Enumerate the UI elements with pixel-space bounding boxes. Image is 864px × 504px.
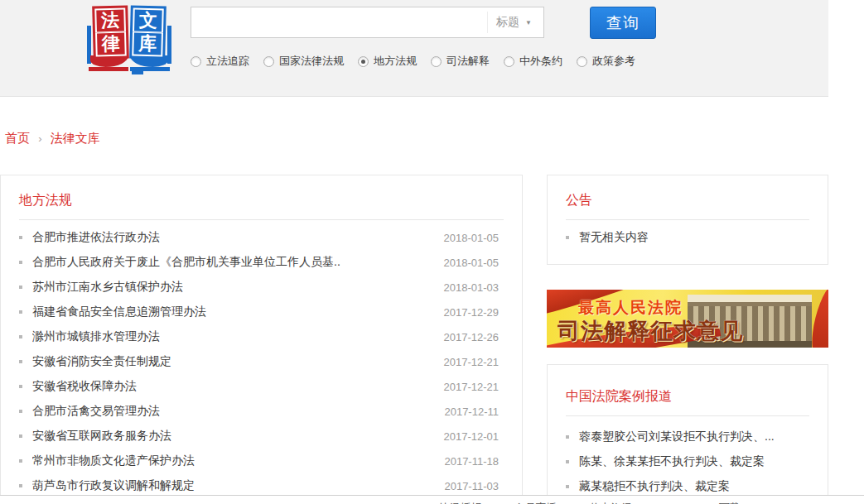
radio-option-地方法规[interactable]: 地方法规 [358, 54, 417, 69]
law-date: 2017-11-18 [444, 455, 499, 468]
page: { "header": { "logo": { "left_top": "法",… [0, 0, 864, 504]
law-list-row[interactable]: 福建省食品安全信息追溯管理办法2017-12-29 [1, 300, 522, 324]
law-list-row[interactable]: 安徽省税收保障办法2017-12-21 [1, 374, 522, 399]
bullet-icon [19, 434, 22, 438]
bottom-bar-item[interactable]: ⬇下载 [706, 501, 741, 504]
notice-empty-text: 暂无相关内容 [579, 230, 649, 245]
law-list-row[interactable]: 滁州市城镇排水管理办法2017-12-26 [1, 324, 522, 349]
law-title-link[interactable]: 安徽省税收保障办法 [32, 379, 434, 394]
notice-panel-title: 公告 [548, 175, 828, 219]
bottom-bar-item[interactable]: ▦热点资讯 [575, 501, 632, 504]
radio-circle-icon[interactable] [577, 56, 587, 67]
law-title-link[interactable]: 合肥市推进依法行政办法 [32, 230, 434, 245]
law-title-link[interactable]: 合肥市人民政府关于废止《合肥市机关事业单位工作人员基.. [32, 255, 434, 270]
radio-circle-icon[interactable] [263, 56, 274, 67]
bullet-icon [19, 385, 22, 388]
bullet-icon [19, 310, 22, 314]
bullet-icon [566, 236, 569, 239]
bottom-bar-item[interactable]: ▶快讯播报 [427, 501, 482, 504]
search-input[interactable] [191, 7, 487, 37]
breadcrumb-home-link[interactable]: 首页 [5, 131, 30, 145]
law-title-link[interactable]: 常州市非物质文化遗产保护办法 [32, 454, 434, 468]
radio-circle-icon[interactable] [191, 56, 201, 67]
radio-option-中外条约[interactable]: 中外条约 [504, 54, 562, 69]
bottom-bar-label: 快讯播报 [439, 501, 482, 504]
law-list-row[interactable]: 常州市非物质文化遗产保护办法2017-11-18 [1, 449, 522, 473]
notice-panel: 公告 暂无相关内容 [547, 175, 828, 265]
law-date: 2017-12-01 [444, 430, 500, 443]
floating-bottom-bar: ▶快讯播报◷会员直播▦热点资讯◎➤⬇下载▣◎▤ [0, 495, 864, 504]
search-box: 标题 ▼ [191, 7, 544, 38]
category-radio-group: 立法追踪国家法律法规地方法规司法解释中外条约政策参考 [191, 54, 635, 69]
law-list: 合肥市推进依法行政办法2018-01-05合肥市人民政府关于废止《合肥市机关事业… [1, 220, 522, 498]
logo-base-left [89, 67, 128, 71]
cases-panel: 中国法院案例报道 蓉泰塑胶公司刘某设拒不执行判决、...陈某、徐某某拒不执行判决… [547, 364, 828, 504]
law-title-link[interactable]: 滁州市城镇排水管理办法 [32, 329, 434, 344]
logo-char: 律 [95, 32, 127, 57]
law-date: 2018-01-05 [444, 257, 500, 269]
radio-option-国家法律法规[interactable]: 国家法律法规 [263, 54, 344, 69]
court-banner[interactable]: 最高人民法院 司法解释征求意见 [547, 290, 828, 348]
bottom-bar-item[interactable]: ◷会员直播 [500, 501, 557, 504]
bullet-icon [19, 261, 22, 264]
radio-option-司法解释[interactable]: 司法解释 [431, 54, 490, 69]
radio-label: 地方法规 [374, 54, 417, 69]
law-list-row[interactable]: 安徽省消防安全责任制规定2017-12-21 [1, 349, 522, 374]
radio-circle-icon[interactable] [504, 56, 514, 67]
law-title-link[interactable]: 安徽省互联网政务服务办法 [32, 429, 434, 444]
search-field-label: 标题 [496, 15, 519, 30]
site-logo[interactable]: 法 律 文 库 [87, 6, 171, 75]
law-list-row[interactable]: 合肥市人民政府关于废止《合肥市机关事业单位工作人员基..2018-01-05 [1, 250, 522, 275]
law-title-link[interactable]: 福建省食品安全信息追溯管理办法 [32, 305, 434, 319]
law-list-row[interactable]: 苏州市江南水乡古镇保护办法2018-01-03 [1, 275, 522, 300]
bullet-icon [566, 460, 569, 463]
case-list-row[interactable]: 蓉泰塑胶公司刘某设拒不执行判决、... [548, 425, 828, 449]
radio-label: 立法追踪 [206, 54, 249, 69]
search-field-select[interactable]: 标题 ▼ [487, 12, 543, 33]
cases-panel-title: 中国法院案例报道 [548, 365, 828, 415]
logo-right-page: 文 库 [129, 5, 167, 59]
logo-char: 库 [132, 32, 163, 57]
law-title-link[interactable]: 苏州市江南水乡古镇保护办法 [32, 280, 434, 295]
case-title-link[interactable]: 陈某、徐某某拒不执行判决、裁定案 [579, 454, 765, 469]
law-date: 2018-01-03 [444, 281, 500, 294]
breadcrumb-separator: › [38, 132, 41, 145]
radio-option-立法追踪[interactable]: 立法追踪 [191, 54, 249, 69]
law-panel-title: 地方法规 [1, 175, 522, 219]
bottom-bar-label: 热点资讯 [590, 501, 633, 504]
law-list-row[interactable]: 合肥市活禽交易管理办法2017-12-11 [1, 399, 522, 424]
radio-label: 政策参考 [592, 54, 635, 69]
law-list-panel: 地方法规 合肥市推进依法行政办法2018-01-05合肥市人民政府关于废止《合肥… [0, 175, 523, 504]
bullet-icon [19, 286, 22, 289]
bottom-bar-label: 会员直播 [514, 501, 557, 504]
site-header: 法 律 文 库 标题 ▼ 查询 立法追踪国家法律法规地方法规司法解释中外条约政策… [0, 0, 828, 97]
bullet-icon [19, 484, 22, 487]
bullet-icon [566, 485, 569, 488]
radio-label: 司法解释 [446, 54, 490, 69]
law-date: 2017-12-11 [444, 406, 499, 418]
radio-circle-icon[interactable] [358, 56, 369, 67]
law-date: 2017-12-26 [444, 331, 500, 343]
bullet-icon [19, 236, 22, 239]
bullet-icon [19, 410, 22, 413]
law-list-row[interactable]: 安徽省互联网政务服务办法2017-12-01 [1, 424, 522, 449]
law-list-row[interactable]: 合肥市推进依法行政办法2018-01-05 [1, 225, 522, 250]
law-title-link[interactable]: 葫芦岛市行政复议调解和解规定 [32, 478, 434, 493]
law-title-link[interactable]: 合肥市活禽交易管理办法 [32, 404, 434, 419]
bullet-icon [19, 360, 22, 363]
radio-label: 中外条约 [519, 54, 562, 69]
radio-label: 国家法律法规 [279, 54, 344, 69]
banner-title-line2: 司法解释征求意见 [557, 316, 743, 346]
logo-char: 法 [94, 8, 126, 33]
case-title-link[interactable]: 蓉泰塑胶公司刘某设拒不执行判决、... [579, 430, 775, 444]
radio-circle-icon[interactable] [431, 56, 442, 67]
case-list-row[interactable]: 陈某、徐某某拒不执行判决、裁定案 [548, 449, 828, 474]
law-title-link[interactable]: 安徽省消防安全责任制规定 [32, 354, 434, 369]
bottom-bar-items: ▶快讯播报◷会员直播▦热点资讯◎➤⬇下载▣◎▤ [427, 501, 825, 504]
breadcrumb-current-link[interactable]: 法律文库 [51, 131, 100, 145]
law-date: 2017-12-21 [444, 356, 500, 368]
law-date: 2017-12-21 [444, 381, 500, 393]
case-title-link[interactable]: 藏某稳拒不执行判决、裁定案 [579, 479, 730, 494]
radio-option-政策参考[interactable]: 政策参考 [577, 54, 635, 69]
query-button[interactable]: 查询 [590, 7, 656, 39]
